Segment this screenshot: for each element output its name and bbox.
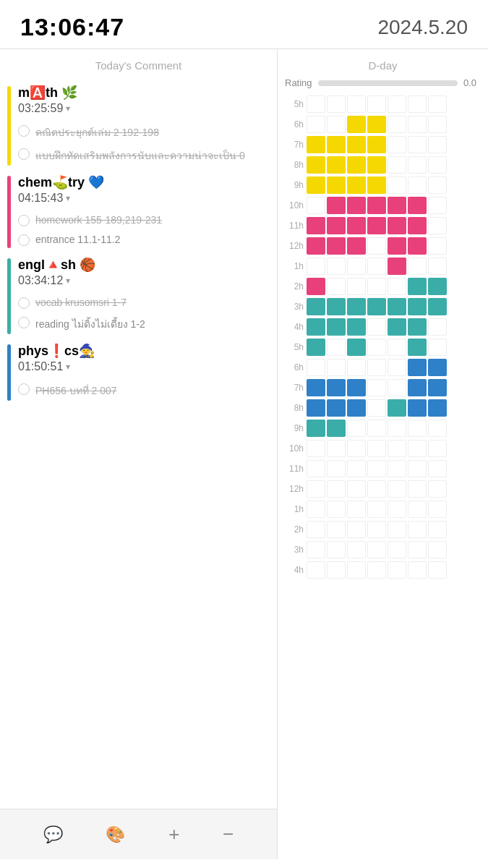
task-item[interactable]: reading ไม่ดิ้งไม่เดี้ยง 1-2 xyxy=(18,312,270,336)
grid-cell xyxy=(388,521,406,538)
task-item[interactable]: แบบฝึกหัดเสริมพลังการนับและความน่าจะเป็น… xyxy=(18,144,270,167)
grid-cell xyxy=(388,541,406,558)
grid-cell xyxy=(388,116,406,133)
grid-cell xyxy=(428,278,447,295)
chevron-icon: ▾ xyxy=(66,276,70,286)
chevron-icon: ▾ xyxy=(66,362,70,372)
grid-cell xyxy=(327,298,346,315)
grid-cell xyxy=(408,440,427,457)
subject-name: m🅰️th 🌿 xyxy=(18,85,270,101)
subject-block-english: engl🔺sh 🏀03:34:12 ▾vocab krusomsri 1-7re… xyxy=(0,250,277,336)
task-circle[interactable] xyxy=(18,148,30,160)
grid-cells xyxy=(307,176,482,194)
hour-label: 8h xyxy=(283,403,307,413)
hour-label: 11h xyxy=(283,464,307,474)
task-circle[interactable] xyxy=(18,297,30,309)
grid-cell xyxy=(367,278,386,295)
hour-label: 5h xyxy=(283,342,307,352)
grid-cells xyxy=(307,136,482,153)
task-item[interactable]: คณิตประยุกต์เล่ม 2 192-198 xyxy=(18,121,270,144)
grid-cell xyxy=(347,501,366,518)
grid-cell xyxy=(388,339,406,356)
grid-cells xyxy=(307,318,482,336)
grid-row: 1h xyxy=(283,256,482,276)
grid-row: 2h xyxy=(283,519,482,540)
task-circle[interactable] xyxy=(18,383,30,395)
grid-cells xyxy=(307,197,482,214)
grid-cell xyxy=(327,521,346,538)
grid-row: 9h xyxy=(283,175,482,195)
subject-timer[interactable]: 01:50:51 ▾ xyxy=(18,360,270,373)
hour-label: 6h xyxy=(283,119,307,129)
grid-cell xyxy=(307,420,325,437)
grid-cell xyxy=(408,258,427,275)
hour-label: 10h xyxy=(283,443,307,454)
grid-cell xyxy=(388,278,406,295)
task-item[interactable]: entrance 11.1-11.2 xyxy=(18,230,270,250)
grid-cell xyxy=(327,258,346,275)
grid-row: 3h xyxy=(283,540,482,560)
subject-timer[interactable]: 03:25:59 ▾ xyxy=(18,102,270,115)
grid-cell xyxy=(388,359,406,376)
grid-cell xyxy=(408,521,427,538)
grid-cell xyxy=(367,501,386,518)
grid-cell xyxy=(347,318,366,336)
task-circle[interactable] xyxy=(18,234,30,246)
grid-row: 6h xyxy=(283,357,482,378)
grid-cell xyxy=(367,420,386,437)
grid-cell xyxy=(347,521,366,538)
grid-cell xyxy=(347,561,366,579)
grid-cells xyxy=(307,399,482,417)
task-circle[interactable] xyxy=(18,215,30,226)
remove-button[interactable]: − xyxy=(223,823,234,846)
task-item[interactable]: PH656 บทที่ 2 007 xyxy=(18,379,270,402)
grid-cell xyxy=(388,156,406,174)
hour-label: 7h xyxy=(283,140,307,150)
grid-row: 10h xyxy=(283,438,482,459)
grid-cell xyxy=(327,116,346,133)
grid-cell xyxy=(408,95,427,113)
grid-cell xyxy=(367,237,386,255)
grid-cell xyxy=(408,116,427,133)
subject-timer[interactable]: 04:15:43 ▾ xyxy=(18,192,270,205)
comment-icon[interactable]: 💬 xyxy=(43,825,63,844)
grid-cell xyxy=(347,217,366,234)
subject-color-bar xyxy=(7,258,11,334)
task-item[interactable]: vocab krusomsri 1-7 xyxy=(18,293,270,312)
hour-label: 4h xyxy=(283,322,307,332)
grid-cell xyxy=(367,136,386,153)
grid-cell xyxy=(408,278,427,295)
grid-cell xyxy=(388,440,406,457)
grid-cell xyxy=(327,156,346,174)
grid-cell xyxy=(347,95,366,113)
grid-cell xyxy=(327,460,346,477)
grid-cell xyxy=(428,561,447,579)
grid-cell xyxy=(307,197,325,214)
task-circle[interactable] xyxy=(18,317,30,328)
grid-cell xyxy=(367,318,386,336)
grid-cell xyxy=(408,501,427,518)
grid-cell xyxy=(367,116,386,133)
grid-cell xyxy=(428,318,447,336)
grid-cell xyxy=(307,460,325,477)
grid-cell xyxy=(388,420,406,437)
add-button[interactable]: + xyxy=(168,823,179,846)
grid-cell xyxy=(408,237,427,255)
task-text: entrance 11.1-11.2 xyxy=(35,234,121,245)
grid-cell xyxy=(327,440,346,457)
grid-cell xyxy=(367,217,386,234)
grid-cell xyxy=(388,460,406,477)
subject-timer[interactable]: 03:34:12 ▾ xyxy=(18,274,270,287)
grid-cell xyxy=(347,460,366,477)
grid-cell xyxy=(327,339,346,356)
palette-icon[interactable]: 🎨 xyxy=(106,825,125,844)
grid-row: 11h xyxy=(283,459,482,479)
hour-label: 10h xyxy=(283,200,307,210)
grid-cells xyxy=(307,501,482,518)
grid-cell xyxy=(428,541,447,558)
grid-cell xyxy=(327,480,346,498)
task-circle[interactable] xyxy=(18,125,30,137)
grid-row: 10h xyxy=(283,195,482,216)
task-item[interactable]: homework 155-189,219-231 xyxy=(18,210,270,230)
grid-cell xyxy=(307,541,325,558)
